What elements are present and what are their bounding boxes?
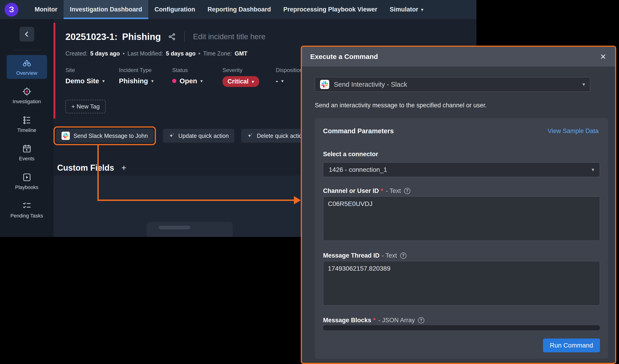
field-label: Severity <box>223 67 276 73</box>
nav-tab-label: Configuration <box>155 6 195 13</box>
separator-dot: • <box>198 50 200 57</box>
sidebar-divider <box>13 50 41 50</box>
chevron-down-icon: ▾ <box>252 79 254 84</box>
playbook-icon <box>22 173 32 182</box>
status-select[interactable]: Open ▾ <box>172 77 223 85</box>
field-name: Channel or User ID <box>323 187 379 194</box>
separator-dot: • <box>123 50 125 57</box>
status-dot-icon <box>172 79 176 83</box>
logo-icon <box>7 5 16 14</box>
modal-body: Send Interactivity - Slack ▾ Send an int… <box>302 67 615 363</box>
connector-value: 1426 - connection_1 <box>329 166 387 173</box>
edit-incident-title-field[interactable]: Edit incident title here <box>193 32 266 41</box>
chevron-left-icon <box>23 30 31 38</box>
close-button[interactable]: × <box>599 52 607 61</box>
field-name: Message Thread ID <box>323 252 380 259</box>
quick-action-label: Delete quick action <box>257 133 305 139</box>
nav-tab-label: Preprocessing Playbook Viewer <box>283 6 377 13</box>
incident-type-select[interactable]: Phishing ▾ <box>119 77 172 85</box>
execute-command-modal: Execute a Command × Send Interactivity -… <box>301 46 616 364</box>
created-value: 5 days ago <box>90 50 120 57</box>
sidebar-item-label: Investigation <box>13 99 41 105</box>
tasks-checklist-icon <box>22 201 32 211</box>
field-label: Incident Type <box>119 67 172 73</box>
field-severity: Severity Critical ▾ <box>223 67 276 87</box>
site-select[interactable]: Demo Site ▾ <box>65 77 119 85</box>
nav-tab-simulator[interactable]: Simulator ▾ <box>383 0 430 19</box>
connector-select[interactable]: 1426 - connection_1 ▾ <box>323 162 600 177</box>
field-incident-type: Incident Type Phishing ▾ <box>119 67 172 87</box>
annotation-highlight-ring: Send Slack Message to John <box>54 126 156 145</box>
annotation-arrow-horizontal <box>97 200 294 201</box>
help-icon[interactable]: ? <box>404 188 410 194</box>
message-blocks-editor-scrollbar[interactable] <box>323 325 600 330</box>
nav-tab-label: Investigation Dashboard <box>70 6 142 13</box>
sidebar-item-events[interactable]: Events <box>7 141 47 164</box>
sidebar-item-playbooks[interactable]: Playbooks <box>7 169 47 193</box>
chevron-down-icon: ▾ <box>582 81 585 87</box>
parameters-header: Command Parameters View Sample Data <box>323 127 600 135</box>
sidebar-item-pending-tasks[interactable]: Pending Tasks <box>7 198 47 222</box>
chevron-down-icon: ▾ <box>281 78 283 84</box>
new-tag-button[interactable]: + New Tag <box>65 100 106 113</box>
quick-action-update[interactable]: Update quick action <box>163 129 234 143</box>
sidebar-item-timeline[interactable]: Timeline <box>7 112 47 136</box>
annotation-arrow-head <box>294 196 301 204</box>
view-sample-data-link[interactable]: View Sample Data <box>546 127 600 135</box>
sidebar-items: Overview Investigation <box>0 55 54 222</box>
help-icon[interactable]: ? <box>400 253 406 259</box>
timeline-icon <box>22 115 32 125</box>
top-nav: Monitor Investigation Dashboard Configur… <box>0 0 477 19</box>
share-icon <box>168 33 176 41</box>
custom-fields-title: Custom Fields <box>57 163 114 173</box>
quick-action-delete[interactable]: Delete quick action <box>241 129 311 143</box>
field-site: Site Demo Site ▾ <box>65 67 119 87</box>
nav-tab-reporting-dashboard[interactable]: Reporting Dashboard <box>201 0 277 19</box>
disposition-value: - <box>276 77 278 85</box>
collapse-sidebar-button[interactable] <box>19 27 34 41</box>
command-select[interactable]: Send Interactivity - Slack ▾ <box>315 77 590 92</box>
calendar-icon <box>22 144 32 153</box>
app-logo[interactable] <box>5 3 18 16</box>
share-button[interactable] <box>168 33 176 41</box>
sidebar-item-label: Timeline <box>17 127 36 133</box>
timezone-value: GMT <box>235 50 248 57</box>
add-custom-field-button[interactable]: + <box>120 163 128 173</box>
message-thread-id-input[interactable]: 17493062157.820389 <box>323 261 600 306</box>
nav-tab-label: Simulator <box>390 6 418 13</box>
field-type: - JSON Array <box>378 317 415 324</box>
quick-action-label: Update quick action <box>178 133 229 139</box>
nav-tab-preprocessing-playbook-viewer[interactable]: Preprocessing Playbook Viewer <box>277 0 383 19</box>
severity-value: Critical <box>227 78 249 85</box>
blocks-field-label: Message Blocks * - JSON Array ? <box>323 317 600 324</box>
nav-tab-investigation-dashboard[interactable]: Investigation Dashboard <box>64 0 148 19</box>
incident-id: 20251023-1: <box>65 32 118 42</box>
sidebar-item-overview[interactable]: Overview <box>7 55 47 79</box>
nav-tab-configuration[interactable]: Configuration <box>148 0 201 19</box>
sidebar: Overview Investigation <box>0 19 54 237</box>
empty-state-card <box>147 222 233 237</box>
connector-label: Select a connector <box>323 151 600 158</box>
nav-tab-monitor[interactable]: Monitor <box>28 0 64 19</box>
chevron-down-icon: ▾ <box>200 78 203 84</box>
required-asterisk: * <box>373 317 376 324</box>
run-command-row: Run Command <box>323 338 600 352</box>
quick-action-send-slack-message[interactable]: Send Slack Message to John <box>56 129 153 143</box>
title-divider <box>184 31 185 42</box>
modified-value: 5 days ago <box>166 50 196 57</box>
sidebar-item-investigation[interactable]: Investigation <box>7 83 47 107</box>
help-icon[interactable]: ? <box>418 317 424 324</box>
slack-icon <box>320 80 329 89</box>
sidebar-item-label: Overview <box>16 70 37 76</box>
channel-field-label: Channel or User ID * - Text ? <box>323 187 600 194</box>
nav-tab-label: Monitor <box>35 6 57 13</box>
severity-select[interactable]: Critical ▾ <box>223 76 259 87</box>
run-command-button[interactable]: Run Command <box>543 338 600 352</box>
channel-or-user-id-input[interactable]: C06R5E0UVDJ <box>323 196 600 241</box>
skeleton-bar <box>159 226 190 229</box>
nav-tab-label: Reporting Dashboard <box>208 6 271 13</box>
modal-header: Execute a Command × <box>302 47 615 67</box>
field-label: Status <box>172 67 223 73</box>
command-parameters-card: Command Parameters View Sample Data Sele… <box>315 118 608 359</box>
incident-title-row: 20251023-1: Phishing Edit incident title… <box>65 31 477 42</box>
